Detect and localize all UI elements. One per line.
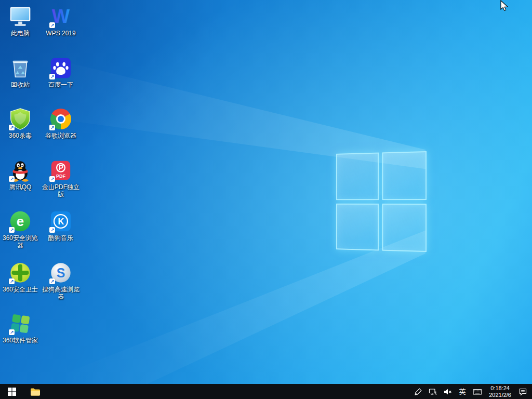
- shortcut-arrow-icon: ↗: [9, 125, 15, 130]
- touch-keyboard-icon[interactable]: [471, 384, 484, 399]
- desktop[interactable]: 此电脑 W↗ WPS 2019 回收站 ↗ 百度一下 ↗ 360杀毒 ↗ 谷歌浏…: [0, 0, 532, 384]
- desktop-icon-360-browser[interactable]: e↗ 360安全浏览器: [1, 209, 40, 249]
- icon-label: 360安全卫士: [3, 286, 38, 293]
- baidu-icon: ↗: [49, 56, 73, 80]
- desktop-icon-sogou-browser[interactable]: S↗ 搜狗高速浏览器: [41, 261, 81, 300]
- desktop-icon-this-pc[interactable]: 此电脑: [1, 5, 40, 37]
- icon-label: 金山PDF独立版: [41, 183, 81, 198]
- sogou-browser-icon: S↗: [49, 261, 73, 285]
- 360-software-manager-icon: ↗: [8, 312, 32, 336]
- shortcut-arrow-icon: ↗: [49, 176, 55, 182]
- clock-date: 2021/2/6: [489, 392, 511, 398]
- shortcut-arrow-icon: ↗: [49, 74, 55, 79]
- action-center-icon[interactable]: [516, 384, 529, 399]
- file-explorer-button[interactable]: [24, 384, 47, 399]
- shortcut-arrow-icon: ↗: [49, 125, 55, 130]
- icon-label: 360安全浏览器: [1, 234, 40, 249]
- kingsoft-pdf-icon: PDF↗: [49, 158, 73, 182]
- windows-logo-pane: [336, 203, 379, 250]
- this-pc-icon: [8, 5, 32, 29]
- wps-2019-icon: W↗: [49, 5, 73, 29]
- windows-logo: [336, 151, 427, 252]
- shortcut-arrow-icon: ↗: [49, 22, 55, 28]
- 360-browser-icon: e↗: [8, 209, 32, 233]
- shortcut-arrow-icon: ↗: [9, 329, 15, 335]
- file-explorer-icon: [30, 386, 41, 397]
- desktop-icon-wps-2019[interactable]: W↗ WPS 2019: [41, 5, 81, 37]
- icon-label: 360杀毒: [9, 132, 32, 139]
- windows-logo-pane: [382, 151, 427, 200]
- taskbar: 英 0:18:24 2021/2/6: [0, 384, 532, 399]
- desktop-icon-360-software-manager[interactable]: ↗ 360软件管家: [1, 312, 40, 344]
- recycle-bin-icon: [8, 56, 32, 80]
- shortcut-arrow-icon: ↗: [9, 278, 15, 284]
- volume-muted-icon[interactable]: [441, 384, 454, 399]
- svg-text:PDF: PDF: [56, 174, 66, 179]
- icon-label: 搜狗高速浏览器: [41, 286, 81, 300]
- clock[interactable]: 0:18:24 2021/2/6: [486, 384, 514, 399]
- shortcut-arrow-icon: ↗: [9, 227, 15, 233]
- chrome-icon: ↗: [49, 107, 73, 131]
- svg-text:e: e: [17, 214, 24, 229]
- desktop-icon-recycle-bin[interactable]: 回收站: [1, 56, 40, 88]
- windows-logo-pane: [336, 153, 379, 200]
- svg-text:S: S: [57, 265, 65, 280]
- kugou-music-icon: K↗: [49, 209, 73, 233]
- desktop-icon-qq[interactable]: ↗ 腾讯QQ: [1, 158, 40, 191]
- icon-label: 360软件管家: [3, 337, 38, 344]
- 360-antivirus-icon: ↗: [8, 107, 32, 131]
- desktop-icon-360-safe[interactable]: ↗ 360安全卫士: [1, 261, 40, 293]
- windows-ink-icon[interactable]: [412, 384, 424, 399]
- desktop-icon-kugou-music[interactable]: K↗ 酷狗音乐: [41, 209, 81, 242]
- desktop-icon-chrome[interactable]: ↗ 谷歌浏览器: [41, 107, 81, 139]
- desktop-icon-baidu[interactable]: ↗ 百度一下: [41, 56, 81, 88]
- system-tray: 英 0:18:24 2021/2/6: [412, 384, 532, 399]
- shortcut-arrow-icon: ↗: [49, 227, 55, 233]
- language-indicator[interactable]: 英: [456, 384, 469, 399]
- windows-start-icon: [8, 388, 16, 396]
- shortcut-arrow-icon: ↗: [49, 278, 55, 284]
- desktop-icon-kingsoft-pdf[interactable]: PDF↗ 金山PDF独立版: [41, 158, 81, 198]
- clock-time: 0:18:24: [490, 385, 510, 392]
- network-icon[interactable]: [427, 384, 439, 399]
- shortcut-arrow-icon: ↗: [9, 176, 15, 182]
- icon-label: 百度一下: [48, 81, 73, 88]
- icon-label: 腾讯QQ: [9, 183, 32, 191]
- desktop-icon-360-antivirus[interactable]: ↗ 360杀毒: [1, 107, 40, 139]
- start-button[interactable]: [0, 384, 24, 399]
- icon-label: 回收站: [11, 81, 30, 88]
- icon-label: 此电脑: [11, 30, 30, 37]
- 360-safe-icon: ↗: [8, 261, 32, 285]
- windows-logo-pane: [382, 203, 427, 252]
- icon-label: 酷狗音乐: [48, 234, 73, 242]
- icon-label: 谷歌浏览器: [45, 132, 76, 139]
- qq-icon: ↗: [8, 158, 32, 182]
- icon-label: WPS 2019: [46, 30, 75, 37]
- svg-text:K: K: [58, 217, 64, 226]
